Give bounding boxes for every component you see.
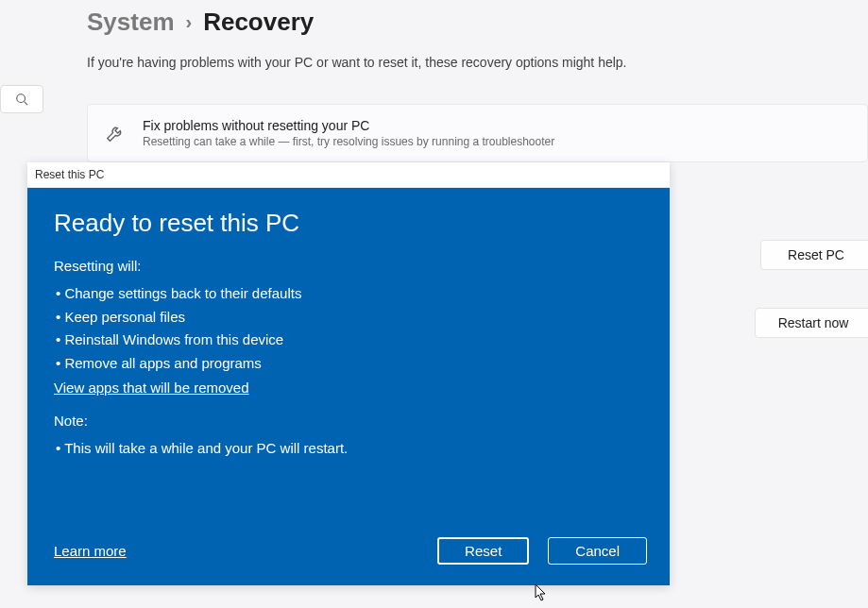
dialog-titlebar: Reset this PC xyxy=(27,162,670,188)
bullet-item: Change settings back to their defaults xyxy=(54,282,643,306)
reset-pc-button[interactable]: Reset PC xyxy=(760,240,868,270)
svg-line-1 xyxy=(25,102,28,106)
view-apps-link[interactable]: View apps that will be removed xyxy=(54,380,249,396)
reset-dialog: Reset this PC Ready to reset this PC Res… xyxy=(27,162,670,585)
troubleshoot-title: Fix problems without resetting your PC xyxy=(143,118,554,133)
resetting-will-label: Resetting will: xyxy=(54,255,643,279)
troubleshoot-text: Fix problems without resetting your PC R… xyxy=(143,118,554,148)
wrench-icon xyxy=(105,123,126,144)
note-label: Note: xyxy=(54,410,643,433)
svg-point-0 xyxy=(17,94,26,103)
bullet-item: Keep personal files xyxy=(54,306,643,329)
bullet-item: This will take a while and your PC will … xyxy=(54,437,643,461)
cursor-icon xyxy=(535,583,548,602)
breadcrumb-parent[interactable]: System xyxy=(87,8,175,37)
resetting-bullets: Change settings back to their defaults K… xyxy=(54,282,643,376)
dialog-body: Ready to reset this PC Resetting will: C… xyxy=(27,188,670,585)
dialog-heading: Ready to reset this PC xyxy=(54,209,643,238)
bullet-item: Reinstall Windows from this device xyxy=(54,329,643,352)
cancel-button[interactable]: Cancel xyxy=(548,537,647,565)
troubleshoot-subtitle: Resetting can take a while — first, try … xyxy=(143,135,554,148)
reset-button[interactable]: Reset xyxy=(437,537,529,565)
learn-more-link[interactable]: Learn more xyxy=(54,543,127,559)
bullet-item: Remove all apps and programs xyxy=(54,352,643,376)
breadcrumb-current: Recovery xyxy=(203,8,314,37)
recovery-help-text: If you're having problems with your PC o… xyxy=(87,55,627,70)
chevron-right-icon: › xyxy=(186,11,193,33)
search-input[interactable] xyxy=(0,85,43,113)
note-bullets: This will take a while and your PC will … xyxy=(54,437,643,461)
breadcrumb: System › Recovery xyxy=(87,8,314,37)
search-icon xyxy=(15,93,28,106)
restart-now-button[interactable]: Restart now xyxy=(755,308,868,338)
troubleshoot-card[interactable]: Fix problems without resetting your PC R… xyxy=(87,104,868,162)
